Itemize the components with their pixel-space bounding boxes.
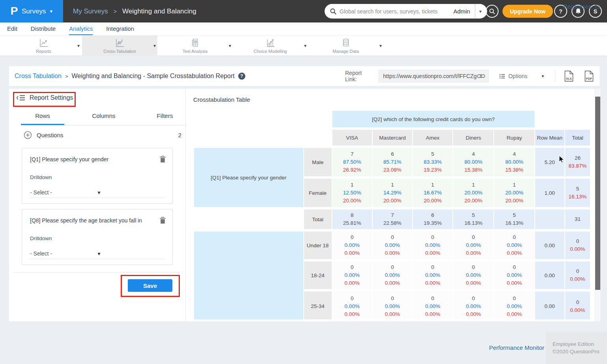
product-name: Surveys bbox=[22, 7, 46, 15]
performance-monitor-link[interactable]: Performance Monitor bbox=[489, 344, 544, 351]
data-cell: 00.00%0.00% bbox=[332, 261, 372, 289]
tab-columns[interactable]: Columns bbox=[82, 112, 125, 125]
toolbar-item-text-analysis[interactable]: Text Analysis ▾ bbox=[157, 35, 233, 56]
question-text: [Q1] Please specify your gender bbox=[30, 156, 148, 162]
crosstab-row: Total825.81%722.58%619.35%516.13%516.13%… bbox=[194, 209, 590, 229]
total-cell: 00.00% bbox=[565, 261, 590, 289]
tab-filters[interactable]: Filters bbox=[143, 112, 187, 125]
toolbar-item-reports[interactable]: Reports ▾ bbox=[6, 35, 81, 56]
data-cell: 00.00%0.00% bbox=[453, 291, 493, 319]
cell-value: 0 bbox=[494, 233, 534, 241]
cell-value: 83.87% bbox=[565, 162, 590, 170]
spacer-cell bbox=[565, 111, 590, 127]
upgrade-now-button[interactable]: Upgrade Now bbox=[502, 5, 553, 18]
cell-value: 26 bbox=[565, 154, 590, 162]
question-card-q1: [Q1] Please specify your gender Drilldow… bbox=[22, 148, 173, 204]
toolbar-item-choice-modelling[interactable]: Choice Modelling ▾ bbox=[233, 35, 308, 56]
cell-value: 80.00% bbox=[453, 158, 493, 166]
cell-value: 20.00% bbox=[332, 197, 372, 205]
cell-value: 0.00% bbox=[332, 249, 372, 257]
settings-tabs: Rows Columns Filters bbox=[21, 112, 187, 125]
breadcrumb-my-surveys[interactable]: My Surveys bbox=[73, 7, 108, 15]
cell-value: 0.00% bbox=[373, 241, 412, 249]
search-icon bbox=[489, 8, 495, 15]
data-cell: 516.13% bbox=[494, 209, 534, 229]
cell-value: 87.50% bbox=[332, 158, 372, 166]
data-cell: 112.50%20.00% bbox=[332, 179, 372, 207]
search-input[interactable] bbox=[340, 8, 451, 15]
cell-value: 16.13% bbox=[565, 193, 590, 201]
cell-value: 4 bbox=[453, 150, 493, 158]
toolbar-item-manage-data[interactable]: Manage Data ▾ bbox=[308, 35, 383, 56]
help-badge-icon[interactable]: ? bbox=[238, 73, 245, 80]
row-mean-cell: 1.00 bbox=[535, 179, 564, 207]
cell-value: 80.00% bbox=[494, 158, 534, 166]
report-url-field[interactable]: https://www.questionpro.com/t/lFFCZg bbox=[378, 69, 489, 83]
tab-rows[interactable]: Rows bbox=[21, 112, 64, 125]
column-question-cell: [Q2] which of the following credit cards… bbox=[332, 111, 534, 127]
edition-label: Employee Edition bbox=[553, 340, 607, 348]
cell-value: 0.00% bbox=[494, 241, 534, 249]
cell-value: 0.00% bbox=[453, 271, 493, 279]
delete-icon[interactable] bbox=[159, 217, 166, 224]
chevron-down-icon[interactable]: ▾ bbox=[153, 43, 156, 49]
search-submit-button[interactable] bbox=[486, 5, 499, 18]
report-settings-toggle[interactable]: Report Settings bbox=[16, 94, 73, 101]
data-cell: 00.00%0.00% bbox=[413, 231, 452, 259]
nav-analytics[interactable]: Analytics bbox=[69, 22, 93, 35]
chevron-down-icon[interactable]: ▾ bbox=[77, 43, 80, 49]
cross-tabulation-link[interactable]: Cross Tabulation bbox=[15, 73, 62, 80]
cell-value: 23.08% bbox=[373, 166, 412, 174]
total-cell: 00.00% bbox=[565, 291, 590, 319]
cell-value: 83.33% bbox=[413, 158, 452, 166]
chevron-down-icon[interactable]: ▾ bbox=[475, 9, 483, 14]
breadcrumb-separator-icon: > bbox=[114, 8, 117, 15]
global-search: Admin ▾ bbox=[325, 4, 487, 19]
top-bar: P Surveys ▾ My Surveys > Weighting and B… bbox=[0, 0, 607, 22]
chevron-down-icon[interactable]: ▾ bbox=[229, 43, 231, 49]
data-cell: 120.00%20.00% bbox=[453, 179, 493, 207]
row-label-cell: 18-24 bbox=[304, 261, 332, 289]
export-xls-icon[interactable]: XLS bbox=[564, 70, 574, 82]
data-cell: 00.00%0.00% bbox=[453, 231, 493, 259]
cross-tabulation-chart-icon bbox=[115, 38, 125, 48]
data-cell: 00.00%0.00% bbox=[332, 291, 372, 319]
link-icon[interactable] bbox=[477, 74, 485, 78]
toolbar-item-cross-tabulation[interactable]: Cross-Tabulation ▾ bbox=[82, 35, 157, 56]
copyright-label: ©2020 QuestionPro bbox=[553, 348, 607, 355]
delete-icon[interactable] bbox=[159, 155, 166, 163]
nav-distribute[interactable]: Distribute bbox=[31, 22, 56, 35]
drilldown-select[interactable]: - Select - ▾ bbox=[30, 187, 165, 198]
surveys-menu-button[interactable]: P Surveys ▾ bbox=[0, 0, 63, 22]
cell-value: 0.00% bbox=[332, 310, 372, 318]
save-button[interactable]: Save bbox=[128, 279, 172, 292]
cell-value: 0 bbox=[413, 263, 452, 271]
cell-value: 5 bbox=[413, 150, 452, 158]
cell-value: 0.00% bbox=[332, 241, 372, 249]
cell-value: 0 bbox=[332, 295, 372, 302]
drilldown-select[interactable]: - Select - ▾ bbox=[30, 248, 165, 259]
cell-value: 0 bbox=[413, 233, 452, 241]
add-question-icon[interactable] bbox=[24, 131, 32, 139]
column-header-visa: VISA bbox=[332, 130, 372, 146]
total-cell: 31 bbox=[565, 209, 590, 229]
select-value: - Select - bbox=[30, 189, 98, 196]
scrollbar-thumb[interactable] bbox=[595, 97, 600, 290]
chevron-down-icon[interactable]: ▾ bbox=[304, 43, 306, 49]
database-icon bbox=[341, 38, 351, 48]
cell-value: 0 bbox=[332, 263, 372, 271]
chevron-down-icon[interactable]: ▾ bbox=[379, 43, 382, 49]
export-pdf-icon[interactable]: PDF bbox=[584, 70, 594, 82]
cell-value: 31 bbox=[565, 215, 590, 223]
row-question-cell bbox=[194, 231, 303, 319]
options-button[interactable]: Options ▾ bbox=[499, 73, 544, 79]
row-mean-cell: 0.00 bbox=[535, 291, 564, 319]
nav-edit[interactable]: Edit bbox=[7, 22, 17, 35]
nav-integration[interactable]: Integration bbox=[106, 22, 134, 35]
cell-value: 0.00% bbox=[332, 271, 372, 279]
question-card-q8: [Q8] Please specify the age bracket you … bbox=[22, 209, 173, 265]
cell-value: 0.00% bbox=[413, 271, 452, 279]
search-scope-selector[interactable]: Admin bbox=[451, 8, 475, 15]
cell-value: 0.00% bbox=[373, 271, 412, 279]
options-label: Options bbox=[508, 73, 527, 79]
